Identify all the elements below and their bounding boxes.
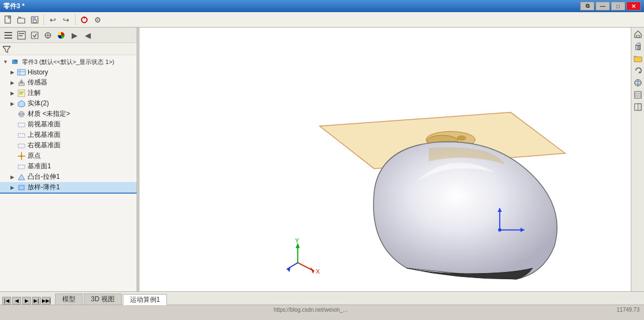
svg-rect-20 bbox=[18, 70, 25, 75]
tree-item-history[interactable]: ▶ History bbox=[0, 67, 139, 77]
note-icon bbox=[17, 89, 26, 98]
svg-point-38 bbox=[20, 155, 23, 157]
tree-item-front-plane[interactable]: 前视基准面 bbox=[0, 119, 139, 130]
history-icon bbox=[17, 68, 26, 77]
maximize-btn[interactable]: □ bbox=[611, 2, 625, 10]
save-view-btn[interactable] bbox=[29, 29, 41, 41]
tree-item-shell1[interactable]: ▶ 放样-薄件1 bbox=[0, 182, 139, 194]
top-plane-icon bbox=[17, 131, 26, 140]
shell1-expand[interactable]: ▶ bbox=[9, 184, 15, 191]
svg-rect-99 bbox=[638, 104, 641, 110]
shell1-icon bbox=[17, 183, 26, 192]
right-folder-btn[interactable] bbox=[632, 53, 643, 64]
minimize-btn[interactable]: — bbox=[596, 2, 610, 10]
crosshair-btn[interactable] bbox=[42, 29, 54, 41]
tree-item-sensor[interactable]: ▶ 传感器 bbox=[0, 77, 139, 88]
svg-point-71 bbox=[457, 136, 466, 140]
window-title: 零件3 * bbox=[3, 2, 25, 11]
tree-item-note[interactable]: ▶ 注解 bbox=[0, 88, 139, 98]
svg-rect-95 bbox=[635, 92, 641, 98]
tree-item-origin[interactable]: 原点 bbox=[0, 151, 139, 161]
content-area: ▶ ◀ ▼ 零件3 (默认<<默认>_显示状态 1>) ▶ bbox=[0, 28, 644, 291]
svg-text:Y: Y bbox=[295, 237, 299, 244]
tree-root-item[interactable]: ▼ 零件3 (默认<<默认>_显示状态 1>) bbox=[0, 56, 139, 67]
tab-motion[interactable]: 运动算例1 bbox=[123, 294, 167, 305]
toolbar-undo[interactable]: ↩ bbox=[47, 14, 59, 26]
tree-item-boss-loft1[interactable]: ▶ 凸台-拉伸1 bbox=[0, 172, 139, 182]
material-label: 材质 <未指定> bbox=[28, 109, 70, 119]
svg-point-84 bbox=[498, 228, 501, 232]
origin-icon bbox=[17, 152, 26, 161]
svg-rect-39 bbox=[18, 165, 25, 169]
tree-item-right-plane[interactable]: 右视基准面 bbox=[0, 140, 139, 151]
status-url: https://blog.csdn.net/weixin_... bbox=[274, 307, 348, 313]
play-prev[interactable]: ◀ bbox=[12, 297, 21, 305]
svg-rect-10 bbox=[19, 33, 24, 34]
svg-rect-90 bbox=[634, 57, 642, 62]
svg-marker-29 bbox=[18, 100, 25, 107]
solid-expand[interactable]: ▶ bbox=[9, 100, 15, 107]
left-panel-splitter[interactable] bbox=[137, 28, 139, 291]
tree-item-base-plane1[interactable]: 基准面1 bbox=[0, 161, 139, 172]
arrow-right-btn[interactable]: ▶ bbox=[68, 29, 80, 41]
note-label: 注解 bbox=[28, 88, 41, 98]
svg-rect-6 bbox=[4, 32, 12, 33]
root-icon bbox=[11, 57, 20, 66]
root-expand[interactable]: ▼ bbox=[2, 58, 9, 65]
left-toolbar: ▶ ◀ bbox=[0, 28, 139, 43]
play-next[interactable]: ▶| bbox=[32, 297, 41, 305]
base-plane1-label: 基准面1 bbox=[28, 162, 51, 171]
svg-marker-17 bbox=[3, 46, 10, 52]
bottom-tabs: |◀ ◀ ▶ ▶| ▶▶| 模型 3D 视图 运动算例1 bbox=[0, 291, 644, 305]
history-expand[interactable]: ▶ bbox=[9, 69, 15, 76]
play-next-end[interactable]: ▶▶| bbox=[42, 297, 51, 305]
note-expand[interactable]: ▶ bbox=[9, 90, 15, 97]
solid-icon bbox=[17, 99, 26, 108]
right-globe-btn[interactable] bbox=[632, 77, 643, 88]
tab-3d-view[interactable]: 3D 视图 bbox=[84, 294, 122, 305]
right-cube-btn[interactable] bbox=[632, 41, 643, 52]
toolbar-rebuild[interactable] bbox=[78, 14, 90, 26]
filter-icon[interactable] bbox=[2, 45, 11, 54]
play-play[interactable]: ▶ bbox=[22, 297, 31, 305]
material-icon bbox=[17, 110, 26, 119]
toolbar-options[interactable]: ⚙ bbox=[91, 14, 104, 26]
toolbar-save[interactable] bbox=[29, 14, 41, 26]
main-toolbar: ↩ ↪ ⚙ bbox=[0, 12, 644, 28]
title-bar: 零件3 * ⧉ — □ ✕ bbox=[0, 0, 644, 12]
sensor-expand[interactable]: ▶ bbox=[9, 79, 15, 86]
toolbar-new[interactable] bbox=[2, 14, 14, 26]
right-list-btn[interactable] bbox=[632, 89, 643, 100]
svg-rect-11 bbox=[19, 35, 23, 36]
status-bar: https://blog.csdn.net/weixin_... 11749.7… bbox=[0, 305, 644, 314]
sensor-label: 传感器 bbox=[28, 78, 47, 87]
play-prev-start[interactable]: |◀ bbox=[2, 297, 11, 305]
toolbar-open[interactable] bbox=[15, 14, 28, 26]
close-btn[interactable]: ✕ bbox=[626, 2, 641, 10]
right-panel bbox=[631, 28, 644, 291]
arrow-left-btn[interactable]: ◀ bbox=[82, 29, 94, 41]
tab-model[interactable]: 模型 bbox=[55, 294, 83, 305]
svg-rect-7 bbox=[4, 35, 12, 36]
boss-loft1-expand[interactable]: ▶ bbox=[9, 174, 15, 180]
right-refresh-btn[interactable] bbox=[632, 65, 643, 76]
window-controls: ⧉ — □ ✕ bbox=[580, 2, 641, 10]
svg-marker-85 bbox=[635, 31, 641, 38]
svg-rect-35 bbox=[18, 144, 25, 148]
tree-item-material[interactable]: 材质 <未指定> bbox=[0, 109, 139, 119]
color-btn[interactable] bbox=[55, 29, 67, 41]
svg-rect-33 bbox=[18, 123, 25, 127]
3d-scene: X Y bbox=[139, 28, 631, 291]
restore-btn[interactable]: ⧉ bbox=[580, 2, 594, 10]
viewport[interactable]: X Y bbox=[139, 28, 631, 291]
toolbar-redo[interactable]: ↪ bbox=[60, 14, 72, 26]
property-view-btn[interactable] bbox=[15, 29, 28, 41]
boss-loft1-label: 凸台-拉伸1 bbox=[28, 172, 60, 182]
tree-item-solid[interactable]: ▶ 实体(2) bbox=[0, 98, 139, 109]
right-side-panel-btn[interactable] bbox=[632, 102, 643, 113]
tree-view-btn[interactable] bbox=[2, 29, 14, 41]
top-plane-label: 上视基准面 bbox=[28, 130, 61, 140]
right-home-btn[interactable] bbox=[632, 29, 643, 40]
right-plane-label: 右视基准面 bbox=[28, 141, 61, 150]
tree-item-top-plane[interactable]: 上视基准面 bbox=[0, 130, 139, 140]
